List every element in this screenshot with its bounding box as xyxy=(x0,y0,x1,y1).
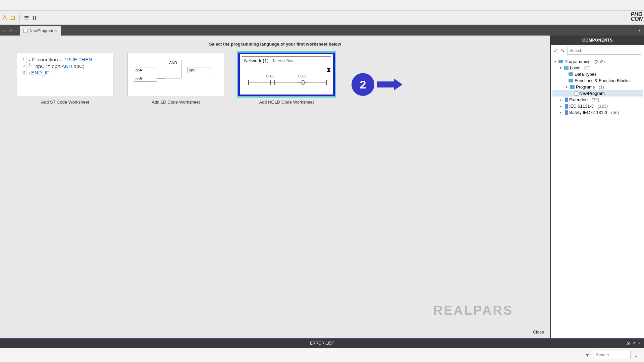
watermark: REALPARS xyxy=(433,303,513,318)
ld-and-block: AND xyxy=(165,60,181,78)
st-kw: AND xyxy=(62,63,72,69)
tab-partial-label: ine F xyxy=(3,28,12,33)
st-kw: END_IF xyxy=(31,70,49,75)
card-nold-worksheet[interactable]: Network (1) Network One ⧗ xyxy=(238,53,335,96)
folder-icon xyxy=(558,60,563,63)
card-ld-worksheet[interactable]: AND opA opB opC xyxy=(127,53,224,96)
card-st-worksheet[interactable]: 1-IF condition = TRUE THEN 2 opC := opA … xyxy=(17,53,113,96)
tool-icon-2[interactable] xyxy=(9,14,16,21)
clear-search-icon[interactable]: ⌕ xyxy=(635,352,637,358)
tab-dropdown-icon[interactable]: ▾ xyxy=(639,28,641,33)
tool-icon-1[interactable] xyxy=(1,14,8,21)
ld-opc: opC xyxy=(187,67,211,73)
folder-icon xyxy=(569,72,573,76)
tab-bar: ine F × NewProgram × ▾ xyxy=(0,25,644,36)
close-icon[interactable]: × xyxy=(638,341,641,346)
error-search-input[interactable] xyxy=(594,351,631,359)
book-icon xyxy=(564,98,568,102)
maximize-icon[interactable]: ↗ xyxy=(632,341,636,346)
collapse-all-icon[interactable]: ⤡ xyxy=(560,48,565,53)
tree-programs[interactable]: ▾Programs (1) xyxy=(552,84,643,90)
tree-data-types[interactable]: Data Types xyxy=(552,71,643,77)
tab-newprogram[interactable]: NewProgram × xyxy=(20,26,61,36)
program-icon xyxy=(23,29,28,33)
tree-local[interactable]: ▾Local (1) xyxy=(552,65,643,71)
filter-icon[interactable]: ▼ xyxy=(585,352,590,358)
card-nold-label: Add NOLD Code Worksheet xyxy=(259,100,314,105)
prompt-text: Select the programming language of your … xyxy=(13,42,537,47)
tree-newprogram[interactable]: NewProgram xyxy=(552,90,643,97)
nold-net-label: Network (1) xyxy=(244,58,268,63)
ld-opa: opA xyxy=(134,67,157,73)
tree-iec[interactable]: ▸IEC 61131-3 (123) xyxy=(552,103,643,109)
list-view-icon[interactable] xyxy=(23,14,30,21)
svg-rect-5 xyxy=(35,16,36,20)
book-icon xyxy=(564,110,568,115)
book-icon xyxy=(564,104,568,109)
card-ld-label: Add LD Code Worksheet xyxy=(152,100,200,105)
folder-icon xyxy=(570,85,575,89)
tree-programming[interactable]: ▾Programming (252) xyxy=(552,58,643,65)
components-header: COMPONENTS xyxy=(551,36,644,45)
tab-active-label: NewProgram xyxy=(30,28,53,33)
expand-all-icon[interactable]: ⤢ xyxy=(554,48,558,53)
components-search-input[interactable] xyxy=(567,47,641,55)
ld-opb: opB xyxy=(134,76,157,82)
nold-net-name: Network One xyxy=(273,59,292,63)
components-tree: ▾Programming (252) ▾Local (1) Data Types… xyxy=(551,56,644,118)
folder-icon xyxy=(569,79,573,82)
nold-c2-label: C002 xyxy=(298,74,306,78)
folder-icon xyxy=(564,66,569,70)
svg-rect-4 xyxy=(33,16,34,20)
brand-line2: CON xyxy=(631,16,643,22)
window-titlebar xyxy=(0,0,644,11)
error-list-header: ERROR LIST ⇲ ↗ × xyxy=(0,338,644,348)
brand-logo: PHOCON xyxy=(631,12,643,22)
nold-rung: C001 C002 xyxy=(247,76,328,88)
error-list-toolbar: ▼ ⌕ xyxy=(0,348,644,362)
callout-badge: 2 xyxy=(352,73,374,96)
close-button[interactable]: Close xyxy=(533,329,544,335)
close-icon[interactable]: × xyxy=(14,28,17,34)
st-txt: condition = xyxy=(36,57,63,62)
svg-rect-0 xyxy=(11,16,14,19)
nold-c1-label: C001 xyxy=(266,74,274,78)
st-kw: TRUE THEN xyxy=(63,57,92,62)
tree-safety-iec[interactable]: ▸Safety IEC 61131-3 (56) xyxy=(552,109,643,116)
tree-functions[interactable]: Functions & Function Blocks xyxy=(552,77,643,84)
toolbar-divider xyxy=(19,13,20,22)
tab-partial[interactable]: ine F × xyxy=(0,26,20,36)
callout-arrow xyxy=(377,81,394,87)
st-txt: opC; xyxy=(72,63,84,69)
components-toolbar: ⤢ ⤡ xyxy=(551,45,644,56)
document-icon xyxy=(575,92,578,96)
toolbar: PHOCON xyxy=(0,11,644,25)
pin-icon[interactable]: ⇲ xyxy=(626,341,630,346)
hourglass-icon: ⧗ xyxy=(327,66,331,73)
content-area: Select the programming language of your … xyxy=(0,36,550,338)
close-icon[interactable]: × xyxy=(55,28,58,34)
column-view-icon[interactable] xyxy=(31,14,38,21)
st-kw: IF xyxy=(32,57,36,62)
nold-network-header: Network (1) Network One xyxy=(242,56,331,65)
components-panel: COMPONENTS ⤢ ⤡ ▾Programming (252) ▾Local… xyxy=(550,36,644,338)
error-list-title: ERROR LIST xyxy=(310,341,334,346)
tree-extended[interactable]: ▸Extended (72) xyxy=(552,97,643,103)
card-st-label: Add ST Code Worksheet xyxy=(41,100,89,105)
st-txt: opC := opA xyxy=(36,63,62,69)
